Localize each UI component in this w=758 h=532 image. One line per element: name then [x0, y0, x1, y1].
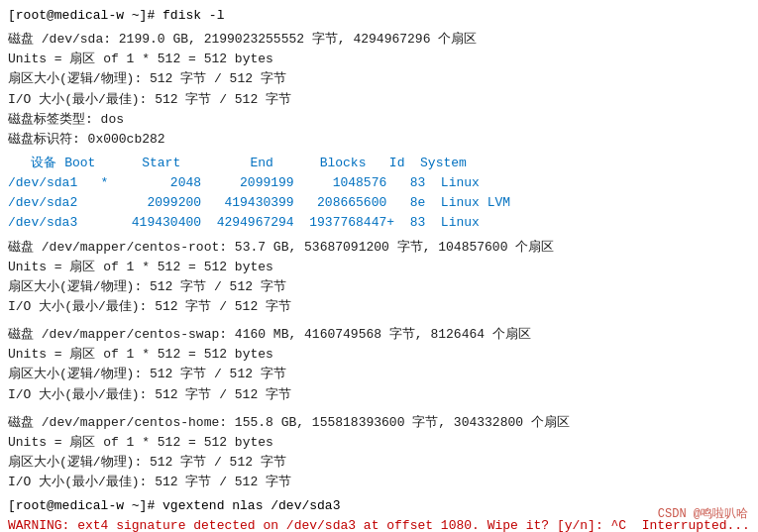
terminal-line: 磁盘 /dev/sda: 2199.0 GB, 2199023255552 字节… [8, 30, 750, 50]
terminal-line: 扇区大小(逻辑/物理): 512 字节 / 512 字节 [8, 277, 750, 297]
terminal-line: 扇区大小(逻辑/物理): 512 字节 / 512 字节 [8, 69, 750, 89]
terminal-line: Units = 扇区 of 1 * 512 = 512 bytes [8, 258, 750, 277]
terminal-output: [root@medical-w ~]# fdisk -l磁盘 /dev/sda:… [8, 6, 750, 532]
terminal-line: 磁盘 /dev/mapper/centos-swap: 4160 MB, 416… [8, 325, 750, 345]
terminal-line: WARNING: ext4 signature detected on /dev… [8, 516, 750, 532]
terminal-line: I/O 大小(最小/最佳): 512 字节 / 512 字节 [8, 297, 750, 317]
watermark: CSDN @鸣啦叭哈 [658, 505, 748, 522]
terminal-line: Units = 扇区 of 1 * 512 = 512 bytes [8, 50, 750, 69]
terminal-line: /dev/sda2 2099200 419430399 208665600 8e… [8, 193, 750, 213]
terminal-line: 磁盘标签类型: dos [8, 110, 750, 130]
terminal-line: [root@medical-w ~]# vgextend nlas /dev/s… [8, 496, 750, 516]
terminal-line: /dev/sda1 * 2048 2099199 1048576 83 Linu… [8, 173, 750, 193]
terminal-line: 扇区大小(逻辑/物理): 512 字节 / 512 字节 [8, 453, 750, 473]
terminal-line: Units = 扇区 of 1 * 512 = 512 bytes [8, 345, 750, 365]
terminal-line: I/O 大小(最小/最佳): 512 字节 / 512 字节 [8, 90, 750, 110]
terminal-line: I/O 大小(最小/最佳): 512 字节 / 512 字节 [8, 473, 750, 492]
terminal-line: Units = 扇区 of 1 * 512 = 512 bytes [8, 433, 750, 453]
terminal-line: 磁盘标识符: 0x000cb282 [8, 130, 750, 150]
terminal: [root@medical-w ~]# fdisk -l磁盘 /dev/sda:… [0, 0, 758, 532]
terminal-line: /dev/sda3 419430400 4294967294 193776844… [8, 213, 750, 233]
terminal-line: 设备 Boot Start End Blocks Id System [8, 154, 750, 173]
terminal-line: 磁盘 /dev/mapper/centos-home: 155.8 GB, 15… [8, 413, 750, 433]
terminal-line: 磁盘 /dev/mapper/centos-root: 53.7 GB, 536… [8, 238, 750, 258]
terminal-line: 扇区大小(逻辑/物理): 512 字节 / 512 字节 [8, 365, 750, 384]
terminal-line: [root@medical-w ~]# fdisk -l [8, 6, 750, 26]
terminal-line: I/O 大小(最小/最佳): 512 字节 / 512 字节 [8, 385, 750, 405]
